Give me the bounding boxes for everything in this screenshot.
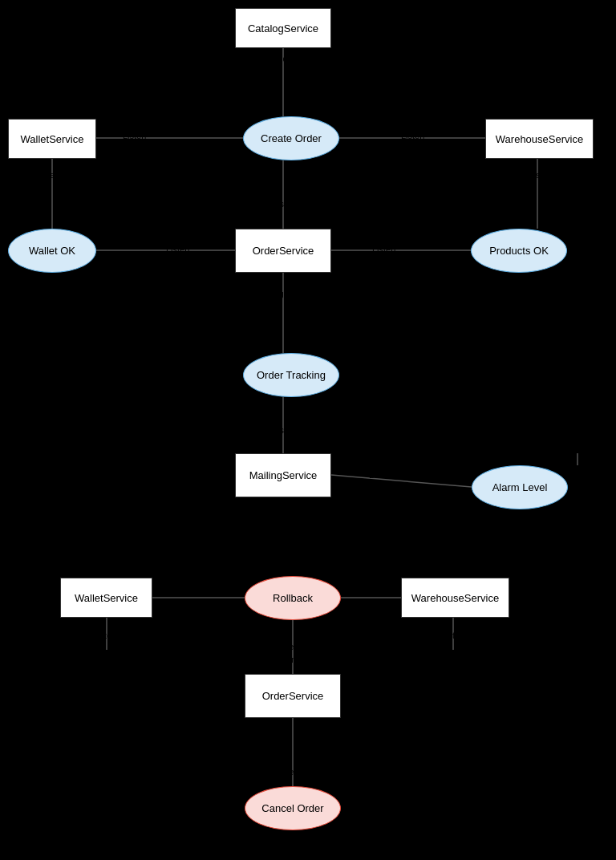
label-listen-rollback-down: Listen <box>273 655 296 664</box>
label-listen-order-tracking: Listen <box>273 425 296 435</box>
label-listen-products-ok: Listen <box>372 245 395 254</box>
label-listen-warehouse-top: Listen <box>401 131 424 140</box>
label-emit-order-id-wallet-bottom: emit OrderID <box>166 587 217 597</box>
warehouse-service-bottom-node: WarehouseService <box>401 578 509 618</box>
mailing-service-node: MailingService <box>235 453 331 497</box>
label-listen-mailing: Listen <box>369 470 392 480</box>
label-emit-order-id-cancel: emit OrderID <box>255 767 306 777</box>
label-listen-warehouse-service-down: Listen <box>441 631 464 640</box>
label-listen-wallet-service-down: Listen <box>93 631 116 640</box>
create-order-node: Create Order <box>243 116 339 160</box>
label-listen-wallet-ok: Listen <box>166 245 189 254</box>
catalog-service-node: CatalogService <box>235 8 331 48</box>
warehouse-service-top-node: WarehouseService <box>485 119 594 159</box>
label-emit-mailing-info: emit MailingInfoDTO <box>237 289 317 298</box>
alarm-level-node: Alarm Level <box>472 465 568 509</box>
svg-line-10 <box>331 475 472 487</box>
rollback-node: Rollback <box>245 576 341 620</box>
label-listen-warehouse-bottom: Listen <box>361 600 384 610</box>
label-emit-order-id-rollback: emit OrderID <box>255 642 306 651</box>
label-listen-create-order-down: Listen <box>273 199 296 209</box>
products-ok-node: Products OK <box>471 229 567 273</box>
label-emit-delivery-list: emit DeliveryListDTO <box>478 170 561 180</box>
wallet-service-top-node: WalletService <box>8 119 96 159</box>
label-listen-wallet-top: Listen <box>123 131 146 140</box>
wallet-service-bottom-node: WalletService <box>60 578 152 618</box>
order-service-node: OrderService <box>235 229 331 273</box>
wallet-ok-node: Wallet OK <box>8 229 96 273</box>
order-service-bottom-node: OrderService <box>245 674 341 718</box>
label-emit-order-id-warehouse-bottom: emit OrderID <box>346 587 397 597</box>
label-emit-string: emit String <box>560 440 602 449</box>
label-emit-order-id-wallet: emit OrderID <box>16 170 67 180</box>
diagram: CatalogService Create Order WalletServic… <box>0 0 616 860</box>
label-listen-wallet-bottom: Listen <box>176 600 200 610</box>
order-tracking-node: Order Tracking <box>243 353 339 397</box>
cancel-order-node: Cancel Order <box>245 786 341 830</box>
label-emit-placed-order-dto: emit PlacedOrderDTO <box>237 55 324 64</box>
